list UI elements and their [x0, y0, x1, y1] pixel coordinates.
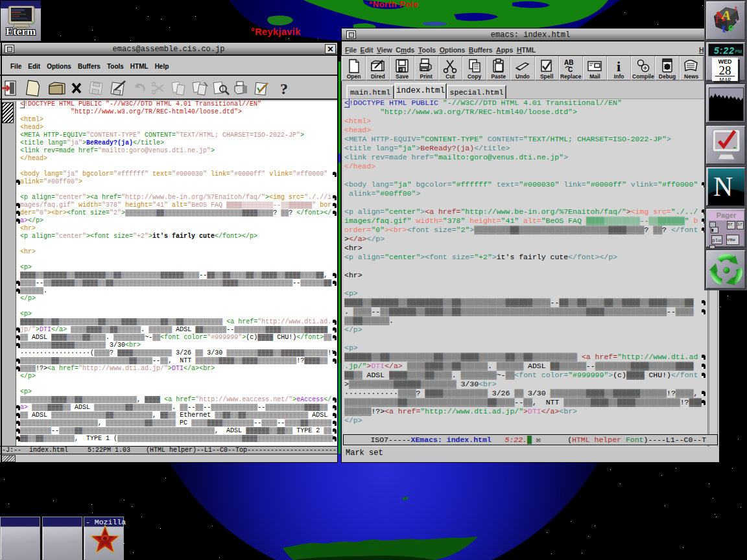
svg-text:t: t — [722, 21, 726, 35]
svg-text:w: w — [735, 16, 741, 24]
svg-text:?: ? — [280, 80, 288, 97]
svg-text:AB: AB — [564, 59, 573, 66]
svg-text:N: N — [713, 172, 733, 202]
svg-text:e: e — [728, 20, 733, 34]
svg-text:t: t — [735, 4, 737, 13]
svg-text:i: i — [617, 58, 621, 75]
